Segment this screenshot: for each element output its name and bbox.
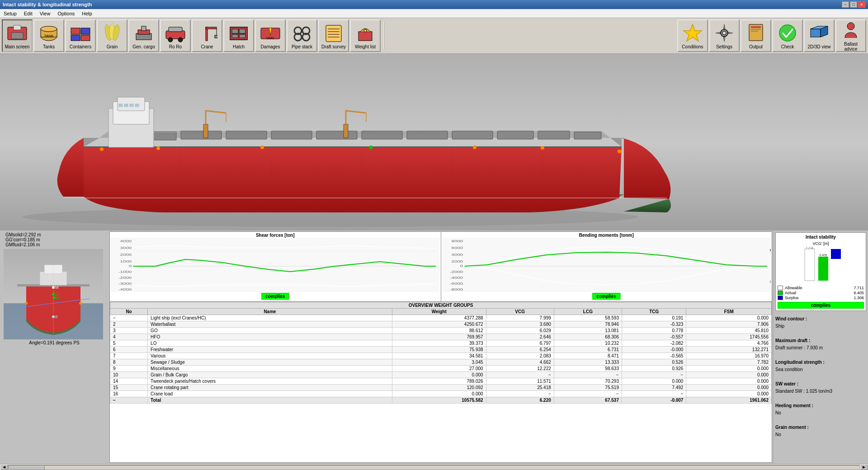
- svg-rect-20: [169, 27, 182, 32]
- conditions-icon: [682, 23, 703, 43]
- svg-rect-146: [831, 249, 841, 259]
- intact-stability-title: Intact stability: [778, 235, 864, 240]
- check-label: Check: [781, 44, 794, 49]
- charts-area: Shear forces [ton] 4000 3000 2000 1000 0…: [109, 231, 772, 463]
- svg-rect-66: [452, 131, 493, 139]
- svg-rect-130: [442, 238, 771, 292]
- 2d3d-view-label: 2D/3D view: [807, 44, 830, 49]
- col-no: No: [110, 309, 148, 315]
- col-tcg: TCG: [622, 309, 686, 315]
- svg-point-90: [260, 146, 264, 149]
- toolbar-damages[interactable]: DMG Damages: [255, 19, 286, 52]
- svg-rect-24: [215, 35, 217, 38]
- sw-water-value: Standard SW : 1.025 ton/m3: [775, 389, 832, 394]
- minimize-button[interactable]: −: [842, 1, 849, 8]
- conditions-label: Conditions: [682, 44, 703, 49]
- settings-label: Settings: [716, 44, 732, 49]
- svg-rect-26: [232, 29, 238, 33]
- table-row: −Light ship (excl Cranes/HC)4377.2887.99…: [110, 315, 772, 321]
- scroll-track[interactable]: [8, 465, 860, 470]
- grain-icon: [102, 23, 123, 43]
- svg-rect-83: [135, 104, 139, 107]
- draft-summer-value: Draft summer : 7.930 m: [775, 345, 823, 350]
- bending-svg: 8000 6000 4000 2000 0 -2000 -4000 -6000 …: [442, 238, 771, 292]
- toolbar-hatch[interactable]: Hatch: [223, 19, 254, 52]
- toolbar-output[interactable]: Output: [741, 19, 771, 52]
- svg-rect-28: [232, 34, 238, 38]
- toolbar-ballast-advice[interactable]: Ballast advice: [835, 19, 866, 52]
- menu-setup[interactable]: Setup: [2, 10, 19, 17]
- svg-rect-8: [81, 28, 90, 34]
- toolbar-conditions[interactable]: Conditions: [677, 19, 708, 52]
- svg-rect-1: [11, 33, 23, 39]
- ist-complies-badge: complies: [778, 302, 864, 309]
- svg-rect-29: [239, 34, 245, 38]
- svg-text:-6000: -6000: [449, 282, 463, 285]
- shear-forces-chart: Shear forces [ton] 4000 3000 2000 1000 0…: [110, 232, 441, 301]
- table-row: 2Waterballast4250.6723.68078.946-0.3237.…: [110, 321, 772, 328]
- surplus-value: 1.306: [854, 296, 864, 300]
- vcg-label: VCG' [m]: [778, 241, 864, 246]
- svg-text:1.306: 1.306: [832, 247, 840, 249]
- svg-text:6.405: 6.405: [819, 254, 827, 257]
- tanks-icon: TANK: [38, 23, 59, 43]
- toolbar-ro-ro[interactable]: Ro Ro: [160, 19, 191, 52]
- horizontal-scrollbar[interactable]: ◀ ▶: [0, 464, 868, 470]
- toolbar-draft-survey[interactable]: Draft survey: [318, 19, 349, 52]
- ro-ro-label: Ro Ro: [169, 44, 182, 49]
- shear-complies-badge: complies: [261, 293, 289, 300]
- menu-edit[interactable]: Edit: [22, 10, 34, 17]
- svg-text:DMG: DMG: [267, 37, 274, 40]
- bending-chart-title: Bending moments [tonm]: [442, 233, 771, 238]
- svg-rect-82: [130, 104, 133, 107]
- menu-help[interactable]: Help: [80, 10, 94, 17]
- heeling-label: Heeling moment :: [775, 403, 813, 408]
- titlebar: Intact stability & longitudinal strength…: [0, 0, 868, 9]
- svg-rect-10: [81, 35, 90, 41]
- main-screen-label: Main screen: [5, 44, 29, 49]
- svg-text:S: S: [769, 280, 771, 284]
- toolbar-weight-list[interactable]: Weight list: [350, 19, 381, 52]
- toolbar-grain[interactable]: Grain: [97, 19, 127, 52]
- scroll-left-btn[interactable]: ◀: [0, 465, 8, 470]
- right-panel: Intact stability VCG' [m] 7.711 6.405 1.…: [773, 230, 868, 464]
- gm-values: GMsolid=2.292 m GG'corr=0.185 m GMfluid=…: [2, 232, 107, 247]
- tanks-label: Tanks: [43, 44, 55, 49]
- table-row: 9Miscellaneous27.00012.22298.6330.9260.0…: [110, 366, 772, 372]
- svg-text:-1000: -1000: [118, 270, 132, 273]
- svg-rect-86: [344, 124, 348, 138]
- svg-text:M: M: [55, 285, 59, 290]
- svg-point-43: [364, 29, 367, 32]
- scroll-thumb[interactable]: [9, 465, 45, 470]
- svg-point-91: [369, 146, 373, 149]
- close-button[interactable]: ✕: [858, 1, 865, 8]
- toolbar-main-screen[interactable]: Main screen: [2, 19, 33, 52]
- svg-marker-44: [684, 24, 702, 41]
- menu-options[interactable]: Options: [56, 10, 76, 17]
- svg-point-88: [100, 147, 104, 151]
- svg-rect-49: [751, 29, 761, 30]
- svg-rect-68: [538, 131, 570, 139]
- actual-value: 6.405: [854, 291, 864, 295]
- wind-contour-value: Ship: [775, 324, 784, 329]
- svg-text:-4000: -4000: [118, 287, 132, 291]
- data-table-container[interactable]: OVERVIEW WEIGHT GROUPS No Name Weight VC…: [110, 302, 772, 404]
- svg-text:4000: 4000: [451, 253, 463, 256]
- info-section: Wind contour : Ship Maximum draft : Draf…: [775, 315, 866, 438]
- toolbar-2d3d-view[interactable]: 2D/3D view: [804, 19, 835, 52]
- toolbar-gen-cargo[interactable]: Gen. cargo: [128, 19, 159, 52]
- maximize-button[interactable]: □: [850, 1, 857, 8]
- scroll-right-btn[interactable]: ▶: [860, 465, 868, 470]
- menu-view[interactable]: View: [38, 10, 52, 17]
- svg-text:2000: 2000: [120, 253, 132, 256]
- toolbar-check[interactable]: Check: [772, 19, 803, 52]
- table-row: −Total10575.5826.22067.537-0.0071961.062: [110, 397, 772, 404]
- svg-text:0: 0: [460, 264, 462, 268]
- toolbar-containers[interactable]: Containers: [65, 19, 96, 52]
- toolbar-pipe-stack[interactable]: Pipe stack: [287, 19, 317, 52]
- main-screen-icon: [7, 23, 28, 43]
- toolbar-settings[interactable]: Settings: [709, 19, 740, 52]
- toolbar-tanks[interactable]: TANK Tanks: [33, 19, 64, 52]
- toolbar-crane[interactable]: Crane: [192, 19, 222, 52]
- svg-point-55: [847, 23, 854, 30]
